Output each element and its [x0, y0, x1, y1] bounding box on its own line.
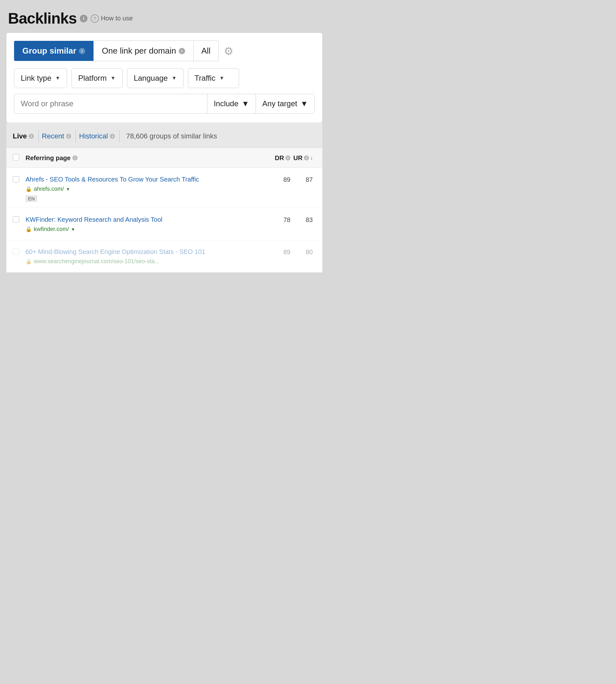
group-similar-button[interactable]: Group similar i [14, 41, 93, 61]
row-checkbox-cell [13, 175, 25, 184]
row-content: 60+ Mind-Blowing Search Engine Optimizat… [25, 247, 265, 266]
page-title-info-icon[interactable]: i [80, 15, 87, 22]
https-lock-icon: 🔒 [25, 226, 32, 232]
tabs-section: Live i Recent i Historical i 78,606 grou… [6, 122, 322, 148]
col-dr-info-icon[interactable]: i [285, 155, 290, 160]
group-similar-label: Group similar [22, 46, 76, 56]
how-to-use-icon: ? [91, 14, 99, 23]
platform-label: Platform [78, 74, 107, 83]
how-to-use-label: How to use [101, 15, 133, 22]
url-caret-icon[interactable]: ▼ [71, 227, 75, 232]
backlinks-table: Referring page i DR i UR i ↓ Ahrefs - SE… [6, 148, 322, 272]
language-dropdown[interactable]: Language ▼ [127, 68, 183, 88]
include-label: Include [214, 99, 238, 108]
url-caret-icon[interactable]: ▼ [66, 187, 70, 192]
traffic-label: Traffic [195, 74, 216, 83]
col-header-referring-page: Referring page i [25, 154, 265, 162]
row-url-link[interactable]: 🔒 www.searchenginejournal.com/seo-101/se… [25, 258, 265, 265]
any-target-dropdown[interactable]: Any target ▼ [256, 94, 314, 113]
row-checkbox[interactable] [13, 216, 19, 223]
all-button[interactable]: All [194, 41, 219, 61]
tab-live-info-icon[interactable]: i [29, 134, 34, 139]
tab-recent-label: Recent [42, 132, 64, 140]
tab-live-label: Live [13, 132, 27, 140]
row-checkbox[interactable] [13, 249, 19, 255]
table-row: Ahrefs - SEO Tools & Resources To Grow Y… [6, 168, 322, 208]
col-ur-info-icon[interactable]: i [304, 155, 309, 160]
group-similar-info-icon[interactable]: i [79, 48, 85, 54]
traffic-caret-icon: ▼ [219, 75, 224, 81]
how-to-use-link[interactable]: ? How to use [91, 14, 133, 23]
row-checkbox-cell [13, 247, 25, 256]
word-phrase-input[interactable] [14, 94, 207, 113]
row-url-link[interactable]: 🔒 ahrefs.com/ ▼ [25, 186, 265, 192]
tab-historical-info-icon[interactable]: i [110, 134, 115, 139]
table-header-row: Referring page i DR i UR i ↓ [6, 148, 322, 168]
filter-dropdowns-row: Link type ▼ Platform ▼ Language ▼ Traffi… [14, 68, 315, 88]
any-target-label: Any target [262, 99, 297, 108]
col-referring-page-info-icon[interactable]: i [72, 155, 78, 160]
row-ur-value: 83 [290, 215, 316, 224]
groups-count: 78,606 groups of similar links [126, 132, 217, 140]
col-dr-label: DR [275, 154, 284, 162]
tab-recent[interactable]: Recent i [39, 130, 76, 142]
row-dr-value: 89 [265, 247, 290, 256]
header-checkbox-cell [13, 154, 25, 162]
language-caret-icon: ▼ [172, 75, 177, 81]
platform-caret-icon: ▼ [110, 75, 115, 81]
select-all-checkbox[interactable] [13, 154, 19, 160]
row-url-text: ahrefs.com/ [34, 186, 64, 192]
row-checkbox[interactable] [13, 176, 19, 182]
table-row: KWFinder: Keyword Research and Analysis … [6, 208, 322, 240]
search-filter-row: Include ▼ Any target ▼ [14, 94, 315, 114]
any-target-caret-icon: ▼ [300, 99, 308, 108]
col-referring-page-label: Referring page [25, 154, 70, 162]
tab-live[interactable]: Live i [9, 130, 39, 142]
gear-icon: ⚙ [224, 45, 233, 57]
include-caret-icon: ▼ [242, 99, 249, 108]
tab-recent-info-icon[interactable]: i [66, 134, 71, 139]
row-url-text: www.searchenginejournal.com/seo-101/seo-… [34, 258, 159, 265]
table-row: 60+ Mind-Blowing Search Engine Optimizat… [6, 240, 322, 272]
col-header-ur: UR i ↓ [290, 154, 316, 162]
https-lock-icon: 🔒 [25, 258, 32, 265]
ur-sort-icon: ↓ [310, 155, 313, 161]
page-header: Backlinks i ? How to use [6, 9, 322, 27]
https-lock-icon: 🔒 [25, 186, 32, 192]
row-url-link[interactable]: 🔒 kwfinder.com/ ▼ [25, 226, 265, 233]
tabs-row: Live i Recent i Historical i 78,606 grou… [9, 130, 319, 147]
tab-historical[interactable]: Historical i [76, 130, 120, 142]
one-link-label: One link per domain [102, 46, 176, 56]
traffic-dropdown[interactable]: Traffic ▼ [188, 68, 239, 88]
row-content: Ahrefs - SEO Tools & Resources To Grow Y… [25, 175, 265, 202]
row-title-link[interactable]: KWFinder: Keyword Research and Analysis … [25, 215, 265, 224]
link-type-caret-icon: ▼ [55, 75, 60, 81]
page-title: Backlinks [8, 9, 76, 27]
one-link-info-icon[interactable]: i [179, 48, 185, 54]
row-title-link[interactable]: Ahrefs - SEO Tools & Resources To Grow Y… [25, 175, 265, 184]
row-title-link[interactable]: 60+ Mind-Blowing Search Engine Optimizat… [25, 247, 265, 256]
settings-gear-button[interactable]: ⚙ [224, 46, 233, 56]
col-ur-label: UR [293, 154, 303, 162]
platform-dropdown[interactable]: Platform ▼ [71, 68, 123, 88]
link-type-dropdown[interactable]: Link type ▼ [14, 68, 67, 88]
tab-historical-label: Historical [79, 132, 108, 140]
include-dropdown[interactable]: Include ▼ [207, 94, 256, 113]
group-toggle-row: Group similar i One link per domain i Al… [14, 41, 315, 61]
col-header-dr: DR i [265, 154, 290, 162]
row-url-text: kwfinder.com/ [34, 226, 69, 233]
row-dr-value: 89 [265, 175, 290, 183]
row-ur-value: 87 [290, 175, 316, 183]
row-ur-value: 80 [290, 247, 316, 256]
language-label: Language [134, 74, 168, 83]
language-badge: EN [25, 195, 37, 202]
row-content: KWFinder: Keyword Research and Analysis … [25, 215, 265, 234]
one-link-per-domain-button[interactable]: One link per domain i [93, 41, 194, 61]
row-dr-value: 78 [265, 215, 290, 224]
filter-card: Group similar i One link per domain i Al… [6, 33, 322, 122]
row-checkbox-cell [13, 215, 25, 224]
link-type-label: Link type [21, 74, 51, 83]
